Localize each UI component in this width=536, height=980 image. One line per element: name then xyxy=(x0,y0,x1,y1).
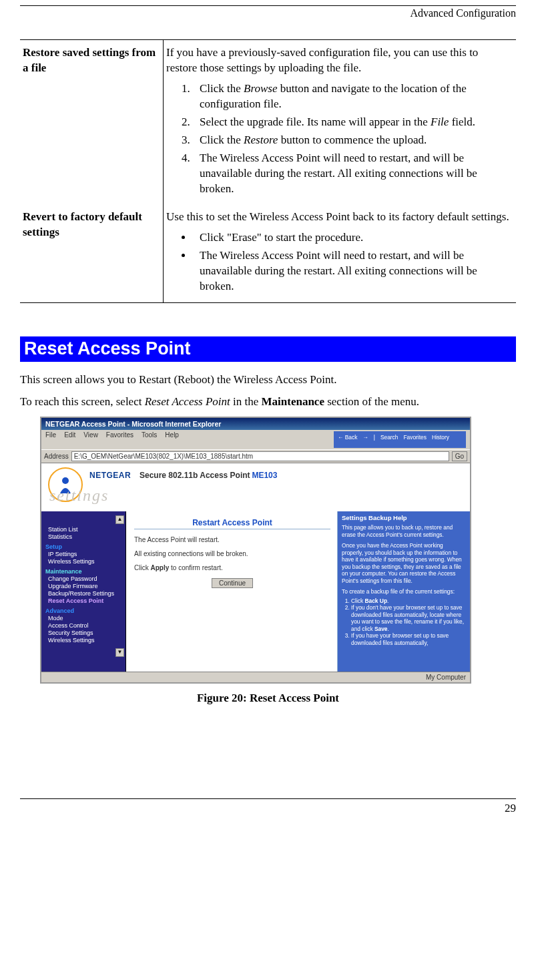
panel-divider xyxy=(134,529,330,529)
browser-window: NETGEAR Access Point - Microsoft Interne… xyxy=(40,417,471,684)
help-step-3: If you have your browser set up to save … xyxy=(351,632,466,646)
paragraph-2: To reach this screen, select Reset Acces… xyxy=(20,395,516,410)
status-zone: My Computer xyxy=(426,674,466,681)
help-panel: Settings Backup Help This page allows yo… xyxy=(338,511,470,672)
menu-edit[interactable]: Edit xyxy=(64,431,75,448)
go-button[interactable]: Go xyxy=(452,451,467,461)
page-footer: 29 xyxy=(20,798,516,815)
brand-product: Secure 802.11b Access Point xyxy=(140,471,250,480)
sidebar-cat-setup: Setup xyxy=(45,543,123,550)
row-restore-content: If you have a previously-saved configura… xyxy=(164,40,517,205)
scroll-up-icon[interactable]: ▲ xyxy=(115,515,124,524)
sidebar-cat-maintenance: Maintenance xyxy=(45,568,123,575)
revert-bullets: Click "Erase" to start the procedure. Th… xyxy=(166,230,511,294)
brand-settings-word: settings xyxy=(49,487,274,505)
step-1: Click the Browse button and navigate to … xyxy=(193,81,511,112)
panel-line-3: Click Apply to confirm restart. xyxy=(134,564,330,571)
app-content: ▲ Station List Statistics Setup IP Setti… xyxy=(41,511,470,672)
help-step-1: Click Back Up. xyxy=(351,597,466,605)
step-2: Select the upgrade file. Its name will a… xyxy=(193,115,511,130)
settings-table: Restore saved settings from a file If yo… xyxy=(20,39,516,303)
toolbar-back[interactable]: ← Back xyxy=(338,434,357,441)
toolbar-forward[interactable]: → xyxy=(362,434,368,441)
sidebar-item-wireless-settings[interactable]: Wireless Settings xyxy=(45,558,123,565)
row-revert-label: Revert to factory default settings xyxy=(20,204,164,302)
bullet-erase: Click "Erase" to start the procedure. xyxy=(193,230,511,246)
brand-model: ME103 xyxy=(252,471,277,480)
row-restore-intro: If you have a previously-saved configura… xyxy=(166,45,511,76)
menu-favorites[interactable]: Favorites xyxy=(106,431,133,448)
toolbar-favorites[interactable]: Favorites xyxy=(403,434,426,441)
main-panel: Restart Access Point The Access Point wi… xyxy=(126,511,338,672)
brand-header: NETGEAR Secure 802.11b Access Point ME10… xyxy=(41,463,470,511)
menu-view[interactable]: View xyxy=(83,431,98,448)
menu-help[interactable]: Help xyxy=(165,431,179,448)
sidebar-item-ip-settings[interactable]: IP Settings xyxy=(45,551,123,557)
svg-point-0 xyxy=(62,477,69,484)
browser-menubar: File Edit View Favorites Tools Help ← Ba… xyxy=(41,430,470,449)
sidebar-item-security-settings[interactable]: Security Settings xyxy=(45,630,123,636)
figure-caption: Figure 20: Reset Access Point xyxy=(20,692,516,705)
status-bar: My Computer xyxy=(41,672,470,682)
paragraph-1: This screen allows you to Restart (Reboo… xyxy=(20,373,516,388)
address-bar: Address E:\G_OEM\NetGear\ME103(802_1X)\M… xyxy=(41,449,470,463)
panel-heading: Restart Access Point xyxy=(134,518,330,527)
row-revert-intro: Use this to set the Wireless Access Poin… xyxy=(166,210,511,225)
sidebar-item-access-control[interactable]: Access Control xyxy=(45,622,123,629)
address-label: Address xyxy=(44,453,69,460)
sidebar-item-mode[interactable]: Mode xyxy=(45,615,123,622)
sidebar-item-wireless-settings-adv[interactable]: Wireless Settings xyxy=(45,637,123,644)
sidebar-item-statistics[interactable]: Statistics xyxy=(45,533,123,540)
header-rule xyxy=(20,5,516,6)
section-title: Reset Access Point xyxy=(20,336,516,362)
continue-button[interactable]: Continue xyxy=(212,578,253,588)
toolbar-history[interactable]: History xyxy=(432,434,449,441)
sidebar-item-backup-restore[interactable]: Backup/Restore Settings xyxy=(45,590,123,597)
help-step-2: If you don't have your browser set up to… xyxy=(351,604,466,632)
menu-file[interactable]: File xyxy=(45,431,56,448)
step-4: The Wireless Access Point will need to r… xyxy=(193,151,511,197)
sidebar-cat-advanced: Advanced xyxy=(45,607,123,614)
panel-line-2: All existing connections will be broken. xyxy=(134,550,330,557)
help-steps: Click Back Up. If you don't have your br… xyxy=(351,597,466,647)
brand-name: NETGEAR xyxy=(89,471,131,480)
panel-line-1: The Access Point will restart. xyxy=(134,536,330,543)
screenshot-figure: NETGEAR Access Point - Microsoft Interne… xyxy=(40,417,516,684)
row-restore-label: Restore saved settings from a file xyxy=(20,40,164,205)
address-field[interactable]: E:\G_OEM\NetGear\ME103(802_1X)\ME103_188… xyxy=(71,451,449,461)
footer-rule xyxy=(20,798,516,799)
sidebar-item-reset-ap[interactable]: Reset Access Point xyxy=(45,597,123,604)
sidebar-item-change-password[interactable]: Change Password xyxy=(45,575,123,582)
sidebar-item-upgrade-firmware[interactable]: Upgrade Firmware xyxy=(45,583,123,589)
restore-steps: Click the Browse button and navigate to … xyxy=(166,81,511,197)
row-revert-content: Use this to set the Wireless Access Poin… xyxy=(164,204,517,302)
step-3: Click the Restore button to commence the… xyxy=(193,133,511,148)
scroll-down-icon[interactable]: ▼ xyxy=(115,648,124,657)
bullet-restart: The Wireless Access Point will need to r… xyxy=(193,248,511,294)
help-title: Settings Backup Help xyxy=(342,514,466,522)
help-p1: This page allows you to back up, restore… xyxy=(342,524,466,538)
page-header: Advanced Configuration xyxy=(20,7,516,19)
menu-tools[interactable]: Tools xyxy=(142,431,157,448)
toolbar-search[interactable]: Search xyxy=(380,434,398,441)
help-p3: To create a backup file of the current s… xyxy=(342,588,466,595)
page-number: 29 xyxy=(20,802,516,815)
sidebar: ▲ Station List Statistics Setup IP Setti… xyxy=(41,511,126,672)
window-titlebar: NETGEAR Access Point - Microsoft Interne… xyxy=(41,418,470,430)
sidebar-item-station-list[interactable]: Station List xyxy=(45,526,123,533)
help-p2: Once you have the Access Point working p… xyxy=(342,542,466,584)
